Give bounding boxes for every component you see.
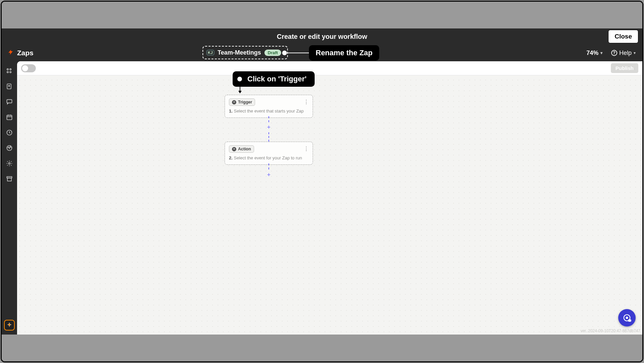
svg-point-3 xyxy=(10,71,11,73)
svg-point-9 xyxy=(9,163,10,164)
svg-rect-11 xyxy=(7,178,11,181)
connector-line xyxy=(268,163,269,169)
enable-toggle[interactable] xyxy=(21,64,36,72)
trigger-step-menu[interactable]: ⋮ xyxy=(304,99,309,105)
status-badge: Draft xyxy=(264,50,281,56)
clock-icon[interactable] xyxy=(6,129,13,136)
zap-name-region[interactable]: KJ Team-Meetings Draft xyxy=(203,46,288,59)
breadcrumb-zaps[interactable]: Zaps xyxy=(17,49,33,57)
modal-titlebar: Create or edit your workflow Close xyxy=(2,28,642,45)
action-step-card[interactable]: + Action ⋮ 2. Select the event for your … xyxy=(225,142,313,165)
action-step-text: Select the event for your Zap to run xyxy=(234,155,302,160)
modal-title: Create or edit your workflow xyxy=(277,33,367,41)
zoom-value: 74% xyxy=(586,50,598,57)
callout-trigger: Click on 'Trigger' xyxy=(233,71,315,87)
action-chip-label: Action xyxy=(238,147,251,151)
comment-icon[interactable] xyxy=(6,98,13,105)
action-step-number: 2. xyxy=(229,155,233,160)
canvas-toolbar: Publish xyxy=(17,61,642,75)
activity-icon[interactable] xyxy=(6,144,13,152)
workspace-badge: KJ xyxy=(207,50,214,55)
action-step-description: 2. Select the event for your Zap to run xyxy=(229,155,309,160)
workspace: Publish Click on 'Trigger' + Trigger ⋮ xyxy=(2,61,642,335)
action-chip[interactable]: + Action xyxy=(229,145,254,153)
settings-icon[interactable] xyxy=(6,160,13,167)
zoom-control[interactable]: 74% ▾ xyxy=(586,50,602,57)
canvas-wrap: Publish Click on 'Trigger' + Trigger ⋮ xyxy=(17,61,642,335)
canvas[interactable]: Publish Click on 'Trigger' + Trigger ⋮ xyxy=(17,61,642,335)
zap-bolt-icon xyxy=(8,49,14,57)
svg-rect-6 xyxy=(7,115,12,120)
ai-assist-button[interactable] xyxy=(4,320,15,331)
help-icon: ? xyxy=(611,50,617,56)
add-step-button[interactable]: + xyxy=(266,172,271,177)
editor-header: Zaps KJ Team-Meetings Draft Rename the Z… xyxy=(2,45,642,61)
version-label: ver. 2024-09-10T20:47-867db747 xyxy=(580,329,640,333)
callout-rename-dot xyxy=(282,51,287,55)
trigger-step-card[interactable]: + Trigger ⋮ 1. Select the event that sta… xyxy=(225,95,313,118)
action-step-menu[interactable]: ⋮ xyxy=(304,146,309,152)
calendar-icon[interactable] xyxy=(6,114,13,121)
callout-rename: Rename the Zap xyxy=(309,45,379,61)
chevron-down-icon: ▾ xyxy=(600,51,602,55)
svg-point-13 xyxy=(626,317,628,319)
add-step-button[interactable]: + xyxy=(266,125,271,130)
svg-point-1 xyxy=(10,69,11,70)
grid-icon[interactable] xyxy=(6,67,13,75)
callout-trigger-text: Click on 'Trigger' xyxy=(247,75,307,83)
svg-rect-14 xyxy=(628,319,631,322)
connector-line xyxy=(268,132,269,142)
callout-trigger-dot xyxy=(237,77,242,81)
trigger-step-text: Select the event that starts your Zap xyxy=(234,108,304,114)
trigger-step-description: 1. Select the event that starts your Zap xyxy=(229,108,309,114)
support-chat-button[interactable] xyxy=(618,309,636,326)
help-menu[interactable]: ? Help ▾ xyxy=(611,50,636,57)
close-button[interactable]: Close xyxy=(608,30,638,43)
callout-rename-line xyxy=(287,53,309,53)
plus-circle-icon: + xyxy=(232,100,236,104)
connector-line xyxy=(268,116,269,122)
backdrop-bottom xyxy=(2,335,642,361)
trigger-step-number: 1. xyxy=(229,108,233,114)
help-label: Help xyxy=(619,50,632,57)
trigger-chip[interactable]: + Trigger xyxy=(229,98,255,106)
app-frame: Create or edit your workflow Close Zaps … xyxy=(1,1,643,362)
toggle-knob xyxy=(22,65,28,71)
svg-point-2 xyxy=(7,71,8,73)
left-rail xyxy=(2,61,17,335)
export-icon[interactable] xyxy=(6,83,13,90)
svg-point-0 xyxy=(7,69,8,70)
plus-circle-icon: + xyxy=(232,147,236,151)
chevron-down-icon: ▾ xyxy=(634,51,636,55)
trigger-chip-label: Trigger xyxy=(238,100,252,104)
zap-name[interactable]: Team-Meetings xyxy=(218,49,261,56)
svg-rect-5 xyxy=(7,99,12,103)
backdrop-top xyxy=(2,2,642,28)
publish-button[interactable]: Publish xyxy=(611,63,638,73)
archive-icon[interactable] xyxy=(6,175,13,183)
